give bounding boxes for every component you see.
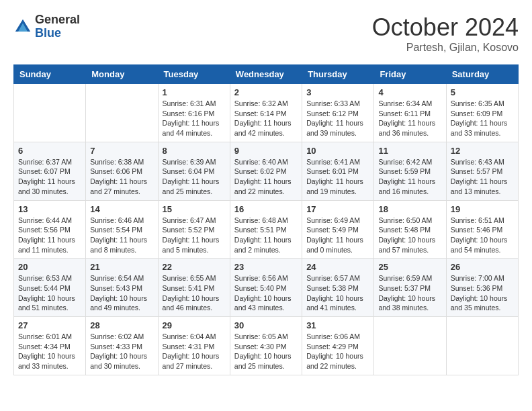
day-details: Sunrise: 6:42 AMSunset: 5:59 PMDaylight:… <box>378 157 441 197</box>
day-details: Sunrise: 6:43 AMSunset: 5:57 PMDaylight:… <box>451 157 514 197</box>
day-number: 17 <box>306 204 369 214</box>
day-number: 11 <box>378 146 441 156</box>
day-details: Sunrise: 6:44 AMSunset: 5:56 PMDaylight:… <box>18 216 81 255</box>
day-number: 13 <box>18 204 81 214</box>
day-number: 29 <box>163 320 226 330</box>
day-number: 4 <box>378 87 441 97</box>
day-details: Sunrise: 6:51 AMSunset: 5:46 PMDaylight:… <box>451 216 514 255</box>
day-number: 14 <box>90 204 153 214</box>
calendar-cell: 4Sunrise: 6:34 AMSunset: 6:11 PMDaylight… <box>374 84 446 142</box>
logo-general-text: General <box>35 13 80 26</box>
day-details: Sunrise: 6:41 AMSunset: 6:01 PMDaylight:… <box>306 157 369 197</box>
calendar-week-row: 1Sunrise: 6:31 AMSunset: 6:16 PMDaylight… <box>14 84 519 142</box>
weekday-header: Sunday <box>14 65 86 84</box>
day-number: 6 <box>18 146 81 156</box>
location: Partesh, Gjilan, Kosovo <box>372 42 519 54</box>
calendar-cell: 28Sunrise: 6:02 AMSunset: 4:33 PMDayligh… <box>86 317 158 375</box>
day-number: 12 <box>451 146 514 156</box>
day-number: 20 <box>18 262 81 272</box>
day-number: 22 <box>163 262 226 272</box>
day-details: Sunrise: 6:05 AMSunset: 4:30 PMDaylight:… <box>234 332 298 371</box>
logo-text: General Blue <box>35 13 80 40</box>
day-number: 8 <box>163 146 226 156</box>
calendar-cell: 7Sunrise: 6:38 AMSunset: 6:06 PMDaylight… <box>86 142 158 200</box>
day-details: Sunrise: 6:39 AMSunset: 6:04 PMDaylight:… <box>163 157 226 197</box>
calendar-cell: 11Sunrise: 6:42 AMSunset: 5:59 PMDayligh… <box>374 142 446 200</box>
weekday-header: Monday <box>86 65 158 84</box>
day-details: Sunrise: 6:38 AMSunset: 6:06 PMDaylight:… <box>90 157 153 197</box>
calendar-week-row: 6Sunrise: 6:37 AMSunset: 6:07 PMDaylight… <box>14 142 519 200</box>
calendar-cell: 19Sunrise: 6:51 AMSunset: 5:46 PMDayligh… <box>446 200 518 259</box>
calendar-cell: 15Sunrise: 6:47 AMSunset: 5:52 PMDayligh… <box>158 200 230 259</box>
calendar-cell: 1Sunrise: 6:31 AMSunset: 6:16 PMDaylight… <box>158 84 230 142</box>
weekday-header: Saturday <box>446 65 518 84</box>
day-details: Sunrise: 6:01 AMSunset: 4:34 PMDaylight:… <box>18 332 81 371</box>
calendar-cell: 18Sunrise: 6:50 AMSunset: 5:48 PMDayligh… <box>374 200 446 259</box>
title-block: October 2024 Partesh, Gjilan, Kosovo <box>372 13 519 54</box>
logo-blue-text: Blue <box>35 26 61 40</box>
calendar-cell: 16Sunrise: 6:48 AMSunset: 5:51 PMDayligh… <box>230 200 302 259</box>
calendar-cell: 22Sunrise: 6:55 AMSunset: 5:41 PMDayligh… <box>158 259 230 317</box>
calendar-cell: 20Sunrise: 6:53 AMSunset: 5:44 PMDayligh… <box>14 259 86 317</box>
calendar-cell: 8Sunrise: 6:39 AMSunset: 6:04 PMDaylight… <box>158 142 230 200</box>
day-number: 16 <box>234 204 298 214</box>
day-number: 28 <box>90 320 153 330</box>
page-header: General Blue October 2024 Partesh, Gjila… <box>13 13 519 54</box>
month-title: October 2024 <box>372 13 519 42</box>
day-number: 26 <box>451 262 514 272</box>
calendar-cell: 14Sunrise: 6:46 AMSunset: 5:54 PMDayligh… <box>86 200 158 259</box>
calendar-cell: 6Sunrise: 6:37 AMSunset: 6:07 PMDaylight… <box>14 142 86 200</box>
calendar-week-row: 13Sunrise: 6:44 AMSunset: 5:56 PMDayligh… <box>14 200 519 259</box>
weekday-header-row: SundayMondayTuesdayWednesdayThursdayFrid… <box>14 65 519 84</box>
day-number: 25 <box>378 262 441 272</box>
day-number: 30 <box>234 320 298 330</box>
calendar-cell: 21Sunrise: 6:54 AMSunset: 5:43 PMDayligh… <box>86 259 158 317</box>
day-number: 21 <box>90 262 153 272</box>
day-details: Sunrise: 6:34 AMSunset: 6:11 PMDaylight:… <box>378 99 441 138</box>
calendar-cell <box>446 317 518 375</box>
day-number: 3 <box>306 87 369 97</box>
weekday-header: Wednesday <box>230 65 302 84</box>
day-number: 2 <box>234 87 298 97</box>
day-details: Sunrise: 6:48 AMSunset: 5:51 PMDaylight:… <box>234 216 298 255</box>
calendar-cell: 17Sunrise: 6:49 AMSunset: 5:49 PMDayligh… <box>302 200 374 259</box>
weekday-header: Thursday <box>302 65 374 84</box>
day-details: Sunrise: 6:46 AMSunset: 5:54 PMDaylight:… <box>90 216 153 255</box>
calendar-cell: 9Sunrise: 6:40 AMSunset: 6:02 PMDaylight… <box>230 142 302 200</box>
day-number: 18 <box>378 204 441 214</box>
logo: General Blue <box>13 13 80 40</box>
day-details: Sunrise: 6:37 AMSunset: 6:07 PMDaylight:… <box>18 157 81 197</box>
day-details: Sunrise: 6:04 AMSunset: 4:31 PMDaylight:… <box>163 332 226 371</box>
calendar-cell: 10Sunrise: 6:41 AMSunset: 6:01 PMDayligh… <box>302 142 374 200</box>
day-details: Sunrise: 6:56 AMSunset: 5:40 PMDaylight:… <box>234 273 298 313</box>
calendar-week-row: 20Sunrise: 6:53 AMSunset: 5:44 PMDayligh… <box>14 259 519 317</box>
day-number: 1 <box>163 87 226 97</box>
day-number: 9 <box>234 146 298 156</box>
day-details: Sunrise: 6:33 AMSunset: 6:12 PMDaylight:… <box>306 99 369 138</box>
day-details: Sunrise: 6:06 AMSunset: 4:29 PMDaylight:… <box>306 332 369 371</box>
day-details: Sunrise: 6:50 AMSunset: 5:48 PMDaylight:… <box>378 216 441 255</box>
day-details: Sunrise: 6:35 AMSunset: 6:09 PMDaylight:… <box>451 99 514 138</box>
calendar-cell: 31Sunrise: 6:06 AMSunset: 4:29 PMDayligh… <box>302 317 374 375</box>
day-number: 15 <box>163 204 226 214</box>
calendar-cell: 24Sunrise: 6:57 AMSunset: 5:38 PMDayligh… <box>302 259 374 317</box>
calendar-cell: 26Sunrise: 7:00 AMSunset: 5:36 PMDayligh… <box>446 259 518 317</box>
calendar-cell: 27Sunrise: 6:01 AMSunset: 4:34 PMDayligh… <box>14 317 86 375</box>
day-number: 5 <box>451 87 514 97</box>
calendar-cell: 13Sunrise: 6:44 AMSunset: 5:56 PMDayligh… <box>14 200 86 259</box>
day-details: Sunrise: 6:40 AMSunset: 6:02 PMDaylight:… <box>234 157 298 197</box>
calendar-cell <box>86 84 158 142</box>
day-details: Sunrise: 6:31 AMSunset: 6:16 PMDaylight:… <box>163 99 226 138</box>
calendar-cell: 12Sunrise: 6:43 AMSunset: 5:57 PMDayligh… <box>446 142 518 200</box>
calendar-cell: 2Sunrise: 6:32 AMSunset: 6:14 PMDaylight… <box>230 84 302 142</box>
day-details: Sunrise: 7:00 AMSunset: 5:36 PMDaylight:… <box>451 273 514 313</box>
day-details: Sunrise: 6:54 AMSunset: 5:43 PMDaylight:… <box>90 273 153 313</box>
day-details: Sunrise: 6:53 AMSunset: 5:44 PMDaylight:… <box>18 273 81 313</box>
day-number: 10 <box>306 146 369 156</box>
day-details: Sunrise: 6:02 AMSunset: 4:33 PMDaylight:… <box>90 332 153 371</box>
day-details: Sunrise: 6:49 AMSunset: 5:49 PMDaylight:… <box>306 216 369 255</box>
calendar-week-row: 27Sunrise: 6:01 AMSunset: 4:34 PMDayligh… <box>14 317 519 375</box>
day-number: 7 <box>90 146 153 156</box>
calendar-cell <box>374 317 446 375</box>
day-details: Sunrise: 6:57 AMSunset: 5:38 PMDaylight:… <box>306 273 369 313</box>
